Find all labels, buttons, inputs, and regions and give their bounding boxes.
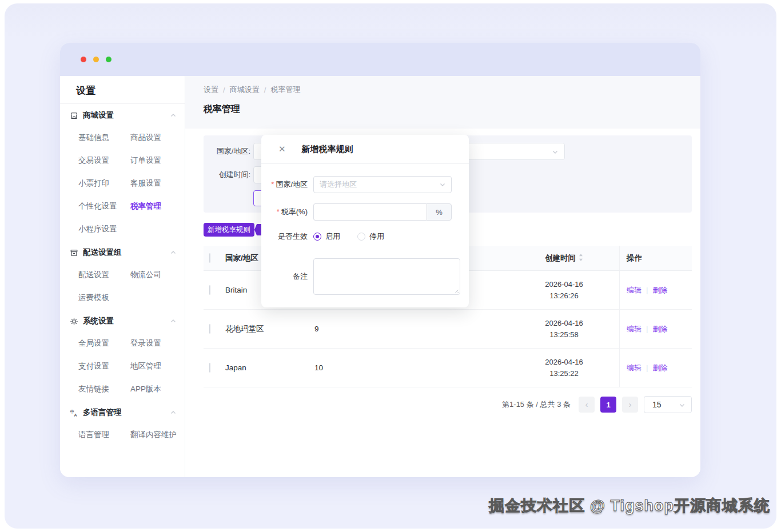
sidebar-items: 全局设置 登录设置 支付设置 地区管理 友情链接 APP版本 [60,337,185,395]
sidebar-items: 语言管理 翻译内容维护 [60,429,185,441]
rate-label: 税率(%) [261,207,308,217]
rate-input[interactable] [313,203,427,221]
language-icon: 中A [69,408,78,417]
sort-icon[interactable] [579,254,583,261]
chevron-down-icon [679,402,686,409]
filter-time-label: 创建时间: [208,166,250,183]
edit-link[interactable]: 编辑 [627,324,641,334]
page-background: 设置 商城设置 基础信息 商品设置 交易设置 订单设置 [5,3,776,529]
sidebar-item[interactable]: 物流公司 [130,269,185,281]
sidebar-item-active-tax-rate[interactable]: 税率管理 [130,200,185,213]
pagination-total: 第1-15 条 / 总共 3 条 [502,399,571,410]
window-maximize-dot[interactable] [106,57,111,62]
sidebar-item[interactable]: 支付设置 [78,360,130,373]
pagination: 第1-15 条 / 总共 3 条 ‹ 1 › 15 [502,396,692,413]
sidebar-item[interactable]: 客服设置 [130,177,185,190]
sidebar-item[interactable]: 商品设置 [130,131,185,144]
radio-icon [357,233,365,241]
close-icon[interactable]: ✕ [278,144,286,154]
header-actions: 操作 [619,246,692,270]
cell-created: 2026-04-1613:25:22 [509,357,619,379]
region-placeholder: 请选择地区 [320,180,357,189]
svg-text:A: A [74,412,77,417]
select-all-checkbox[interactable] [209,253,210,263]
delete-link[interactable]: 删除 [653,285,668,295]
chevron-down-icon [552,149,559,155]
sidebar-item[interactable] [130,223,185,235]
breadcrumb-item[interactable]: 税率管理 [270,85,300,95]
cell-created: 2026-04-1613:26:26 [509,279,619,302]
sidebar-item[interactable]: 配送设置 [78,269,130,281]
sidebar-item[interactable]: 友情链接 [78,383,130,395]
main-content: 设置 / 商城设置 / 税率管理 税率管理 国家/地区: [185,76,700,477]
sidebar-item[interactable]: APP版本 [130,383,185,395]
row-checkbox[interactable] [209,285,210,295]
breadcrumb-item[interactable]: 商城设置 [230,85,260,95]
sidebar-item[interactable]: 全局设置 [78,337,130,350]
filter-country-label: 国家/地区: [208,143,250,160]
sidebar-group-language-settings[interactable]: 中A 多语言管理 [60,401,185,424]
edit-link[interactable]: 编辑 [627,285,641,295]
row-checkbox[interactable] [209,324,210,334]
chevron-up-icon[interactable] [170,249,177,256]
sidebar-item[interactable] [130,291,185,304]
remark-textarea[interactable] [313,258,460,295]
radio-disable[interactable]: 停用 [357,231,384,242]
sidebar-item[interactable]: 登录设置 [130,337,185,350]
form-row-status: 是否生效 启用 停用 [261,231,384,242]
sidebar-item[interactable]: 基础信息 [78,131,130,144]
sidebar-item[interactable]: 地区管理 [130,360,185,373]
cell-rate: 9 [309,325,389,333]
add-tax-rule-button[interactable]: 新增税率规则 [204,223,254,237]
page-title: 税率管理 [204,103,700,115]
sidebar-item[interactable]: 小程序设置 [78,223,130,235]
radio-enable[interactable]: 启用 [313,231,340,242]
sidebar-group-label: 多语言管理 [83,407,170,418]
sidebar-group-system-settings[interactable]: 系统设置 [60,310,185,333]
sidebar-item[interactable]: 翻译内容维护 [130,429,185,441]
breadcrumb: 设置 / 商城设置 / 税率管理 [204,85,700,95]
sidebar-group-shop-settings[interactable]: 商城设置 [60,104,185,127]
chevron-up-icon[interactable] [170,409,177,416]
delete-link[interactable]: 删除 [653,324,668,334]
table-row: Japan 10 2026-04-1613:25:22 编辑 | 删除 [204,349,692,387]
chevron-up-icon[interactable] [170,318,177,325]
window-minimize-dot[interactable] [93,57,99,62]
app-window: 设置 商城设置 基础信息 商品设置 交易设置 订单设置 [60,43,700,477]
chevron-up-icon[interactable] [170,112,177,119]
form-row-rate: 税率(%) % [261,203,452,221]
delete-link[interactable]: 删除 [653,363,668,373]
window-close-dot[interactable] [81,57,86,62]
sidebar-group-label: 配送设置组 [83,247,170,258]
next-page-button[interactable]: › [622,397,638,413]
modal-header: ✕ 新增税率规则 [261,135,469,164]
watermark-text: 掘金技术社区 @ Tigshop开源商城系统 [489,495,770,516]
page-size-select[interactable]: 15 [644,396,692,413]
rate-suffix: % [427,203,452,221]
resize-handle-icon[interactable] [453,288,459,293]
header-created[interactable]: 创建时间 [509,253,619,263]
sidebar-item[interactable]: 语言管理 [78,429,130,441]
current-page-button[interactable]: 1 [600,397,616,413]
sidebar-title: 设置 [60,76,185,103]
radio-icon [313,233,321,241]
sidebar-group-delivery-settings[interactable]: 配送设置组 [60,241,185,264]
add-tax-rule-modal: ✕ 新增税率规则 国家/地区 请选择地区 [261,135,469,307]
sidebar-item[interactable]: 小票打印 [78,177,130,190]
sidebar-item[interactable]: 订单设置 [130,154,185,167]
edit-link[interactable]: 编辑 [627,363,641,373]
sidebar-item[interactable]: 运费模板 [78,291,130,304]
window-titlebar [60,43,700,76]
remark-label: 备注 [261,271,308,282]
sidebar-items: 基础信息 商品设置 交易设置 订单设置 小票打印 客服设置 个性化设置 税率管理… [60,131,185,235]
sidebar-group-label: 系统设置 [83,316,170,326]
cell-country: Japan [220,363,309,372]
filter-status-select[interactable] [455,143,565,160]
prev-page-button[interactable]: ‹ [579,397,595,413]
sidebar-item[interactable]: 个性化设置 [78,200,130,213]
table-row: 花地玛堂区 9 2026-04-1613:25:58 编辑 | 删除 [204,310,692,349]
sidebar-item[interactable]: 交易设置 [78,154,130,167]
breadcrumb-item[interactable]: 设置 [204,85,218,95]
row-checkbox[interactable] [209,363,210,373]
region-select[interactable]: 请选择地区 [313,176,452,193]
